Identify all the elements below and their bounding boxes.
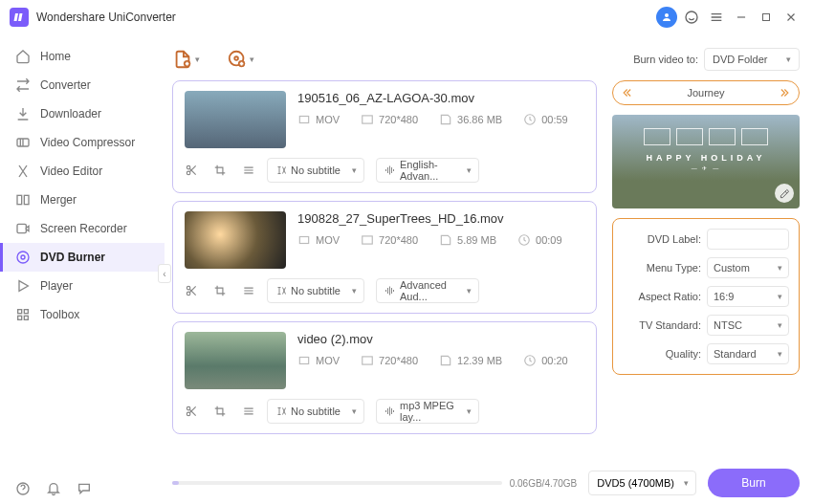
sidebar-item-label: Screen Recorder: [40, 222, 127, 235]
dvd-icon: [15, 250, 31, 265]
sidebar-item-player[interactable]: Player: [0, 272, 165, 300]
file-name: 190828_27_SuperTrees_HD_16.mov: [297, 211, 584, 226]
audio-icon: [385, 405, 396, 417]
support-icon[interactable]: [679, 5, 704, 30]
titlebar: Wondershare UniConverter: [0, 0, 813, 34]
more-button[interactable]: [242, 164, 255, 177]
audio-select[interactable]: Advanced Aud...▾: [376, 278, 479, 303]
format-icon: [297, 354, 311, 367]
add-file-button[interactable]: ▾: [172, 49, 200, 70]
sidebar-item-converter[interactable]: Converter: [0, 71, 165, 99]
file-name: video (2).mov: [297, 332, 584, 346]
file-card: 190516_06_AZ-LAGOA-30.mov MOV 720*480 36…: [172, 80, 597, 193]
audio-select[interactable]: English-Advan...▾: [376, 158, 479, 183]
theme-preview[interactable]: HAPPY HOLIDAY — ✈ —: [612, 115, 800, 208]
app-logo-icon: [10, 8, 29, 27]
sidebar-collapse-button[interactable]: ‹: [158, 264, 171, 283]
sidebar-item-dvd-burner[interactable]: DVD Burner: [0, 243, 165, 272]
menu-type-select[interactable]: Custom▾: [707, 257, 789, 278]
burn-to-label: Burn video to:: [633, 54, 698, 65]
burn-to-select[interactable]: DVD Folder▾: [704, 48, 800, 71]
format-icon: [297, 113, 311, 126]
sidebar-item-label: Video Compressor: [40, 136, 135, 149]
svg-rect-10: [18, 310, 22, 314]
svg-rect-29: [363, 357, 373, 364]
feedback-icon[interactable]: [77, 481, 92, 496]
editor-icon: [15, 164, 31, 179]
trim-button[interactable]: [185, 284, 198, 297]
edit-theme-button[interactable]: [775, 184, 794, 203]
sidebar-item-downloader[interactable]: Downloader: [0, 99, 165, 128]
burn-button[interactable]: Burn: [708, 469, 800, 497]
trim-button[interactable]: [185, 164, 198, 177]
menu-icon[interactable]: [704, 5, 729, 30]
subtitle-icon: [275, 164, 287, 176]
sidebar-item-editor[interactable]: Video Editor: [0, 157, 165, 186]
download-icon: [15, 106, 31, 121]
quality-label: Quality:: [623, 348, 701, 360]
chevron-down-icon: ▾: [786, 55, 791, 64]
add-disc-button[interactable]: ▾: [227, 49, 254, 70]
file-thumbnail[interactable]: [185, 211, 286, 269]
minimize-button[interactable]: [729, 5, 754, 30]
sidebar-item-label: Downloader: [40, 107, 101, 121]
svg-point-0: [665, 13, 669, 17]
maximize-button[interactable]: [754, 5, 779, 30]
sidebar-item-home[interactable]: Home: [0, 42, 165, 71]
resolution-icon: [361, 233, 374, 247]
dvd-settings: DVD Label: Menu Type:Custom▾ Aspect Rati…: [612, 218, 800, 375]
dvd-label-input[interactable]: [707, 229, 789, 250]
menu-type-label: Menu Type:: [623, 262, 701, 274]
crop-button[interactable]: [213, 164, 227, 177]
player-icon: [15, 278, 31, 294]
subtitle-select[interactable]: No subtitle▾: [267, 278, 364, 303]
topbar: ▾ ▾ Burn video to: DVD Folder▾: [172, 42, 800, 77]
duration-icon: [523, 113, 537, 126]
more-button[interactable]: [242, 284, 255, 297]
main-panel: ▾ ▾ Burn video to: DVD Folder▾ 190516_06…: [165, 34, 813, 504]
trim-button[interactable]: [185, 405, 198, 418]
subtitle-select[interactable]: No subtitle▾: [267, 158, 364, 183]
file-name: 190516_06_AZ-LAGOA-30.mov: [297, 91, 584, 105]
resolution-icon: [361, 354, 374, 367]
svg-rect-18: [299, 117, 308, 123]
tv-standard-select[interactable]: NTSC▾: [707, 315, 789, 336]
format-icon: [297, 233, 311, 247]
audio-icon: [385, 164, 396, 176]
notification-icon[interactable]: [46, 481, 61, 496]
file-thumbnail[interactable]: [185, 91, 286, 148]
compress-icon: [15, 135, 31, 150]
sidebar-item-recorder[interactable]: Screen Recorder: [0, 214, 165, 243]
theme-name: Journey: [687, 87, 724, 99]
theme-prev-button[interactable]: [623, 86, 636, 99]
crop-button[interactable]: [213, 284, 227, 297]
statusbar: [0, 473, 107, 504]
account-avatar[interactable]: [654, 5, 679, 30]
subtitle-select[interactable]: No subtitle▾: [267, 399, 364, 424]
sidebar: Home Converter Downloader Video Compress…: [0, 34, 165, 504]
aspect-ratio-select[interactable]: 16:9▾: [707, 286, 789, 307]
crop-button[interactable]: [213, 405, 227, 418]
svg-rect-6: [17, 224, 26, 232]
svg-rect-4: [17, 195, 22, 204]
sidebar-item-merger[interactable]: Merger: [0, 186, 165, 214]
more-button[interactable]: [242, 405, 255, 418]
svg-rect-28: [299, 358, 308, 364]
audio-select[interactable]: mp3 MPEG lay...▾: [376, 399, 479, 424]
sidebar-item-toolbox[interactable]: Toolbox: [0, 300, 165, 329]
sidebar-item-compressor[interactable]: Video Compressor: [0, 128, 165, 157]
svg-point-7: [17, 252, 29, 263]
help-icon[interactable]: [15, 481, 31, 496]
sidebar-item-label: Player: [40, 279, 73, 293]
capacity-progress: [172, 481, 502, 485]
theme-next-button[interactable]: [776, 86, 789, 99]
audio-icon: [385, 285, 396, 296]
close-button[interactable]: [779, 5, 803, 30]
file-thumbnail[interactable]: [185, 332, 286, 389]
svg-rect-23: [299, 237, 308, 244]
svg-point-8: [21, 255, 25, 259]
disc-size-select[interactable]: DVD5 (4700MB)▾: [588, 471, 696, 495]
svg-rect-11: [24, 310, 28, 314]
quality-select[interactable]: Standard▾: [707, 343, 789, 364]
theme-preview-title: HAPPY HOLIDAY: [612, 153, 800, 163]
